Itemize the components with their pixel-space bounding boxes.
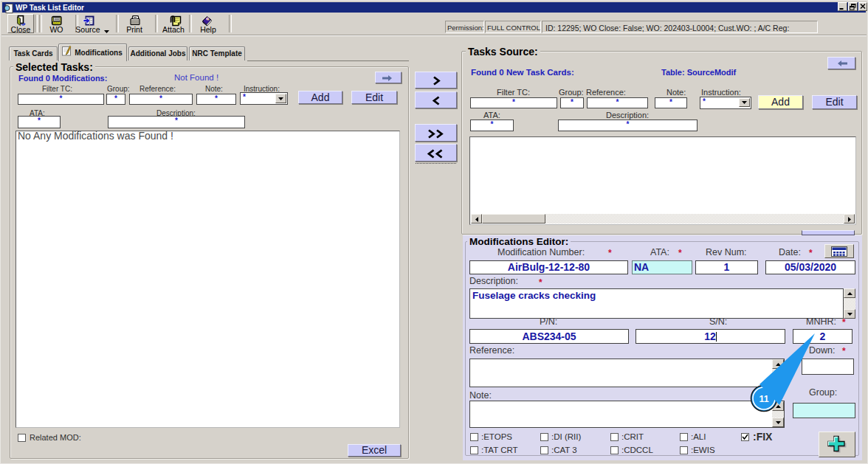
svg-text:11: 11 [759, 394, 768, 404]
